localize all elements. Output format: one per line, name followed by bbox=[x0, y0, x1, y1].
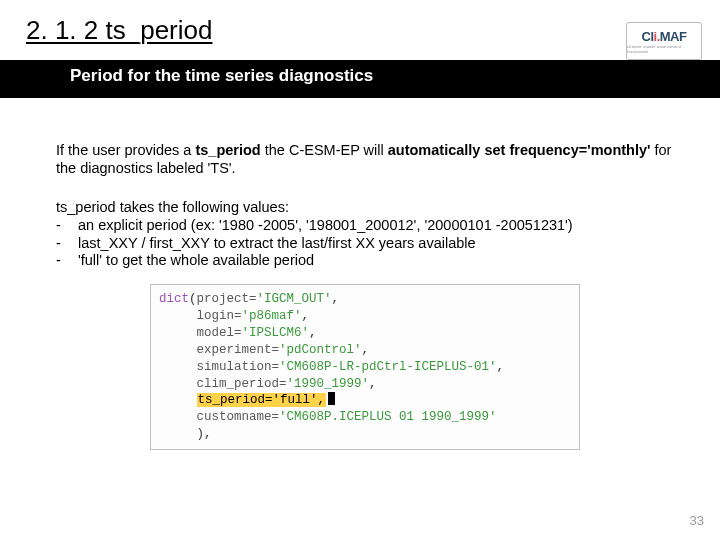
list-item: -'full' to get the whole available perio… bbox=[56, 252, 674, 270]
logo-subtext: climate model assessment framework bbox=[627, 44, 701, 54]
page-number: 33 bbox=[690, 513, 704, 528]
text-cursor bbox=[328, 392, 335, 405]
slide-subtitle: Period for the time series diagnostics bbox=[70, 66, 373, 86]
values-intro: ts_period takes the following values: bbox=[56, 199, 674, 217]
slide-title: 2. 1. 2 ts_period bbox=[26, 15, 212, 46]
header-band: 2. 1. 2 ts_period Period for the time se… bbox=[0, 0, 720, 98]
code-snippet: dict(project='IGCM_OUT', login='p86maf',… bbox=[150, 284, 580, 450]
values-block: ts_period takes the following values: -a… bbox=[56, 199, 674, 270]
list-item: -an explicit period (ex: '1980 -2005', '… bbox=[56, 217, 674, 235]
content: If the user provides a ts_period the C-E… bbox=[0, 98, 720, 450]
climaf-logo: Cli.MAF climate model assessment framewo… bbox=[626, 22, 702, 60]
slide: { "header": { "title": "2. 1. 2 ts_perio… bbox=[0, 0, 720, 540]
logo-text: Cli.MAF bbox=[642, 29, 687, 44]
title-box: 2. 1. 2 ts_period bbox=[0, 0, 720, 60]
list-item: -last_XXY / first_XXY to extract the las… bbox=[56, 235, 674, 253]
highlighted-line: ts_period='full', bbox=[197, 393, 327, 407]
intro-paragraph: If the user provides a ts_period the C-E… bbox=[56, 142, 674, 177]
